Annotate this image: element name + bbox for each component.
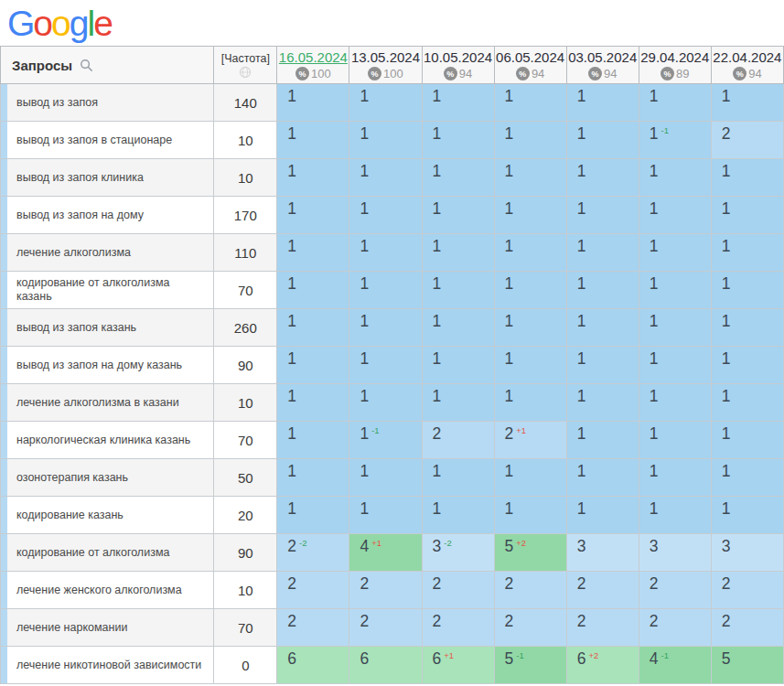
percent-icon: % xyxy=(660,67,674,80)
position-value: 2 xyxy=(360,612,369,630)
position-change: -2 xyxy=(299,538,306,548)
position-value: 1 xyxy=(650,124,659,143)
position-cell: 1 xyxy=(422,497,494,534)
keyword-label: кодирование от алкоголизма xyxy=(16,546,169,559)
visibility-percent: %89 xyxy=(639,67,711,80)
position-value: 1 xyxy=(577,237,586,255)
table-row: вывод из запоя в стационаре10111111-12 xyxy=(1,122,784,159)
position-value: 1 xyxy=(505,162,514,180)
position-value: 1 xyxy=(722,237,731,255)
position-value: 1 xyxy=(360,312,369,330)
keyword-cell[interactable]: лечение наркомании xyxy=(1,609,214,647)
keyword-cell[interactable]: кодирование казань xyxy=(1,497,214,534)
position-value: 1 xyxy=(360,274,369,293)
position-cell: 1 xyxy=(711,159,783,197)
position-value: 1 xyxy=(650,237,659,255)
row-marker xyxy=(1,309,7,346)
keyword-label: кодирование от алкоголизма казань xyxy=(16,276,169,303)
position-value: 1 xyxy=(577,387,586,405)
position-cell: 1 xyxy=(639,84,711,122)
position-value: 1 xyxy=(650,274,659,293)
percent-value: 89 xyxy=(676,67,689,80)
header-row: Запросы [Частота] xyxy=(1,47,784,84)
position-cell: 1 xyxy=(639,422,711,459)
percent-value: 100 xyxy=(383,67,403,80)
position-value: 1 xyxy=(360,162,369,180)
position-cell: 1 xyxy=(422,384,494,422)
date-link-active[interactable]: 16.05.2024 xyxy=(279,49,348,65)
keyword-cell[interactable]: кодирование от алкоголизма казань xyxy=(1,272,214,309)
position-cell: 1 xyxy=(566,272,639,309)
table-row: вывод из запоя1401111111 xyxy=(1,84,784,122)
position-value: 1 xyxy=(722,462,731,480)
keyword-cell[interactable]: лечение алкоголизма xyxy=(1,234,214,272)
position-cell: 1 xyxy=(566,459,639,497)
keyword-cell[interactable]: кодирование от алкоголизма xyxy=(1,534,214,572)
frequency-cell: 70 xyxy=(214,272,277,309)
keyword-cell[interactable]: наркологическая клиника казань xyxy=(1,422,214,459)
frequency-cell: 110 xyxy=(214,234,277,272)
position-value: 6 xyxy=(360,649,369,668)
position-value: 2 xyxy=(505,612,514,630)
position-change: +2 xyxy=(588,650,598,660)
keyword-cell[interactable]: озонотерапия казань xyxy=(1,459,214,497)
table-row: кодирование от алкоголизма казань7011111… xyxy=(1,272,784,309)
keyword-cell[interactable]: вывод из запоя xyxy=(1,84,214,122)
position-value: 1 xyxy=(722,349,731,368)
table-row: лечение алкоголизма1101111111 xyxy=(1,234,784,272)
keyword-cell[interactable]: вывод из запоя на дому казань xyxy=(1,347,214,384)
position-value: 6 xyxy=(577,649,586,668)
date-link[interactable]: 22.04.2024 xyxy=(713,49,781,65)
row-marker xyxy=(1,609,7,646)
search-icon[interactable] xyxy=(80,59,93,72)
position-cell: 2 xyxy=(277,609,349,647)
keyword-cell[interactable]: вывод из запоя в стационаре xyxy=(1,122,214,159)
date-column-header: 22.04.2024%94 xyxy=(711,47,783,84)
table-row: кодирование казань201111111 xyxy=(1,497,784,534)
position-value: 1 xyxy=(287,274,296,293)
position-cell: 1 xyxy=(422,347,494,384)
position-cell: 1 xyxy=(277,84,349,122)
table-row: лечение наркомании702222222 xyxy=(1,609,784,647)
date-link[interactable]: 03.05.2024 xyxy=(568,49,637,65)
date-link[interactable]: 06.05.2024 xyxy=(496,49,564,65)
keyword-cell[interactable]: лечение никотиновой зависимости xyxy=(1,647,214,684)
position-cell: 1 xyxy=(422,234,494,272)
date-column-header: 16.05.2024%100 xyxy=(277,47,349,84)
position-value: 1 xyxy=(650,349,659,368)
position-cell: 1 xyxy=(494,497,566,534)
keyword-cell[interactable]: вывод из запоя на дому xyxy=(1,197,214,234)
keyword-cell[interactable]: лечение женского алкоголизма xyxy=(1,572,214,609)
frequency-cell: 10 xyxy=(214,572,277,609)
visibility-percent: %100 xyxy=(349,67,421,80)
position-value: 1 xyxy=(577,274,586,293)
keyword-cell[interactable]: лечение алкоголизма в казани xyxy=(1,384,214,422)
position-cell: 1 xyxy=(494,272,566,309)
position-cell: 4-1 xyxy=(639,647,711,684)
position-value: 2 xyxy=(577,612,586,630)
date-link[interactable]: 13.05.2024 xyxy=(351,49,420,65)
position-value: 1 xyxy=(505,87,514,105)
position-value: 1 xyxy=(577,199,586,218)
position-cell: 2 xyxy=(711,122,783,159)
frequency-cell: 10 xyxy=(214,122,277,159)
position-cell: 1 xyxy=(277,422,349,459)
position-value: 1 xyxy=(360,499,369,518)
position-value: 1 xyxy=(287,462,296,480)
position-value: 1 xyxy=(577,162,586,180)
position-cell: 2 xyxy=(494,572,566,609)
position-cell: 1 xyxy=(711,459,783,497)
position-cell: 2 xyxy=(494,609,566,647)
date-link[interactable]: 29.04.2024 xyxy=(640,49,709,65)
keyword-label: лечение алкоголизма в казани xyxy=(16,396,179,409)
percent-value: 100 xyxy=(311,67,331,80)
date-link[interactable]: 10.05.2024 xyxy=(424,49,492,65)
position-cell: 3 xyxy=(711,534,783,572)
position-value: 1 xyxy=(433,349,442,368)
keyword-cell[interactable]: вывод из запоя клиника xyxy=(1,159,214,197)
position-value: 1 xyxy=(433,387,442,405)
percent-icon: % xyxy=(444,67,457,80)
table-row: вывод из запоя казань2601111111 xyxy=(1,309,784,347)
frequency-cell: 170 xyxy=(214,197,277,234)
keyword-cell[interactable]: вывод из запоя казань xyxy=(1,309,214,347)
